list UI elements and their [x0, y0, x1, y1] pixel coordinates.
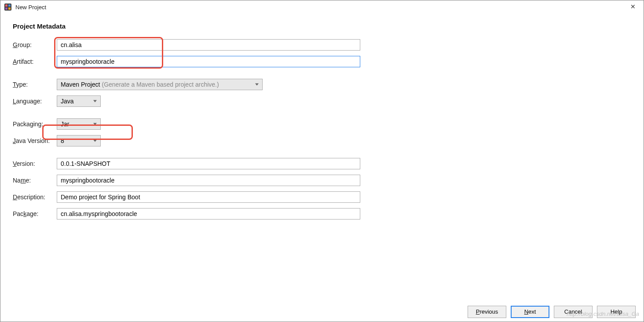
help-button[interactable]: Help [597, 306, 636, 318]
row-java-version: Java Version: 8 [13, 135, 631, 147]
svg-rect-4 [8, 7, 11, 10]
cancel-button[interactable]: Cancel [554, 306, 593, 318]
java-version-dropdown[interactable]: 8 [57, 135, 101, 146]
label-package: Package: [13, 210, 57, 217]
label-name: Name: [13, 177, 57, 184]
language-dropdown[interactable]: Java [57, 95, 101, 107]
artifact-input[interactable] [57, 56, 360, 67]
label-artifact: Artifact: [13, 58, 57, 65]
package-input[interactable] [57, 208, 360, 220]
row-group: Group: [13, 39, 631, 51]
close-icon[interactable]: ✕ [629, 3, 637, 10]
row-artifact: Artifact: [13, 55, 631, 68]
group-input[interactable] [57, 39, 360, 51]
label-language: Language: [13, 98, 57, 105]
titlebar: New Project ✕ [0, 0, 644, 14]
row-package: Package: [13, 208, 631, 220]
app-icon [4, 3, 12, 11]
previous-button[interactable]: Previous [468, 306, 506, 318]
row-packaging: Packaging: Jar [13, 118, 631, 130]
row-description: Description: [13, 191, 631, 203]
row-type: Type: Maven Project (Generate a Maven ba… [13, 78, 631, 91]
label-version: Version: [13, 160, 57, 167]
svg-rect-3 [5, 7, 7, 10]
next-button[interactable]: Next [511, 306, 549, 318]
footer: Previous Next Cancel Help [0, 301, 644, 322]
label-description: Description: [13, 194, 57, 201]
packaging-dropdown[interactable]: Jar [57, 118, 101, 130]
java-version-value: 8 [61, 137, 64, 144]
label-java-version: Java Version: [13, 137, 57, 144]
label-group: Group: [13, 41, 57, 48]
row-language: Language: Java [13, 95, 631, 107]
name-input[interactable] [57, 175, 360, 186]
language-value: Java [61, 98, 74, 105]
version-input[interactable] [57, 158, 360, 169]
label-type: Type: [13, 81, 57, 88]
label-packaging: Packaging: [13, 121, 57, 128]
window-title: New Project [15, 4, 46, 11]
type-dropdown[interactable]: Maven Project (Generate a Maven based pr… [57, 79, 263, 90]
svg-rect-1 [5, 4, 7, 7]
row-version: Version: [13, 157, 631, 170]
row-name: Name: [13, 174, 631, 187]
packaging-value: Jar [61, 121, 69, 128]
section-title: Project Metadata [13, 22, 631, 30]
content-area: Project Metadata Group: Artifact: Type: … [0, 14, 644, 220]
type-value: Maven Project [61, 81, 100, 88]
description-input[interactable] [57, 191, 360, 203]
svg-rect-2 [8, 4, 11, 7]
type-hint: (Generate a Maven based project archive.… [102, 81, 219, 88]
